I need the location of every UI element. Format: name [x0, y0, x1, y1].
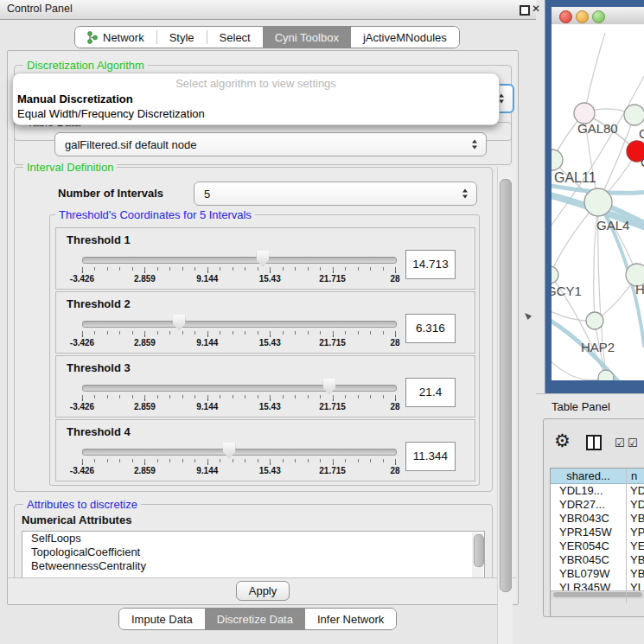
table-row[interactable]: YDL19...YDL1 — [551, 484, 644, 498]
threshold-3-value-field[interactable]: 21.4 — [405, 378, 456, 407]
top-tab-bar: Network Style Select Cyni Toolbox jActiv… — [74, 26, 460, 48]
node-bottom-partial[interactable] — [598, 370, 614, 380]
threshold-1-slider-track[interactable] — [82, 257, 397, 264]
threshold-3-slider-track[interactable] — [82, 385, 397, 392]
panel-title: Control Panel — [7, 3, 73, 15]
node-label-partial-c: C — [641, 155, 644, 169]
threshold-3-slider-thumb[interactable] — [322, 379, 335, 395]
threshold-2-panel: Threshold 2 -3.4262.8599.14415.4321.7152… — [55, 291, 475, 354]
table-cell: YPR1 — [630, 526, 644, 539]
slider-tick-label: 2.859 — [134, 402, 156, 411]
threshold-2-label: Threshold 2 — [67, 297, 131, 310]
tab-impute-data-label: Impute Data — [131, 613, 193, 626]
table-row[interactable]: YDR27...YDR2 — [551, 498, 644, 512]
table-row[interactable]: YBR045CYBR0 — [551, 553, 644, 567]
gear-icon[interactable]: ⚙ — [554, 430, 571, 451]
close-icon[interactable]: ✕ — [532, 3, 540, 15]
threshold-2-slider-track[interactable] — [82, 321, 397, 328]
table-data-combobox[interactable]: galFiltered.sif default node — [54, 132, 487, 156]
threshold-4-value-field[interactable]: 11.344 — [405, 442, 456, 471]
attributes-scrollbar-thumb[interactable] — [474, 534, 484, 567]
node-gal4[interactable] — [584, 188, 612, 216]
table-panel-title: Table Panel — [552, 400, 610, 413]
node-gcy1[interactable] — [552, 266, 558, 284]
tab-style[interactable]: Style — [157, 27, 207, 48]
table-cell: YER0 — [630, 539, 644, 553]
threshold-2-value-field[interactable]: 6.316 — [405, 314, 456, 343]
number-of-intervals-combobox[interactable]: 5 — [194, 182, 477, 206]
group-title-thresholds: Threshold's Coordinates for 5 Intervals — [55, 208, 255, 221]
table-cell: YBL079W — [559, 567, 610, 581]
tab-network[interactable]: Network — [75, 27, 156, 48]
column-divider[interactable] — [626, 469, 627, 603]
slider-tick-label: 15.43 — [259, 466, 281, 475]
dropdown-option-manual-discretization[interactable]: Manual Discretization — [17, 92, 133, 105]
table-cell: YLR3 — [630, 581, 644, 590]
attribute-list-item[interactable]: TopologicalCoefficient — [22, 545, 484, 559]
network-window-titlebar — [552, 7, 644, 25]
cyni-toolbox-panel: Discretization Algorithm Select algorith… — [7, 50, 519, 605]
tab-jactivemnodules-label: jActiveMNodules — [363, 31, 447, 44]
tab-impute-data[interactable]: Impute Data — [119, 609, 205, 629]
float-window-icon[interactable] — [520, 5, 530, 16]
threshold-2-slider-thumb[interactable] — [173, 315, 186, 331]
node-hap2[interactable] — [586, 312, 603, 329]
table-horizontal-scrollbar-thumb[interactable] — [553, 592, 642, 597]
node-label-gcy1: GCY1 — [552, 284, 582, 298]
settings-scrollbar[interactable] — [497, 167, 513, 644]
tab-cyni-toolbox-label: Cyni Toolbox — [275, 31, 339, 44]
attribute-list-item[interactable]: BetweennessCentrality — [22, 559, 484, 573]
column-header-shared[interactable]: shared... — [551, 469, 626, 482]
spinner-icon — [462, 189, 469, 199]
threshold-1-value-field[interactable]: 14.713 — [405, 250, 456, 279]
table-row[interactable]: YER054CYER0 — [551, 539, 644, 553]
tab-infer-network-label: Infer Network — [317, 613, 384, 626]
checked-checkbox-icon[interactable]: ☑ — [615, 437, 625, 450]
close-traffic-light-icon[interactable] — [559, 10, 572, 23]
settings-scrollbar-thumb[interactable] — [500, 179, 512, 592]
column-header-name[interactable]: n — [631, 469, 637, 482]
network-canvas[interactable]: GAL80 G C GAL11 GAL4 GCY1 H HAP2 — [552, 24, 644, 380]
tab-select-label: Select — [220, 31, 251, 44]
table-horizontal-scrollbar[interactable] — [551, 590, 644, 599]
threshold-1-slider-thumb[interactable] — [256, 251, 269, 267]
zoom-traffic-light-icon[interactable] — [592, 10, 605, 23]
numerical-attributes-list[interactable]: SelfLoopsTopologicalCoefficientBetweenne… — [22, 531, 485, 580]
minimize-traffic-light-icon[interactable] — [576, 10, 589, 23]
slider-tick-label: 15.43 — [259, 338, 281, 348]
table-cell: YBR0 — [630, 512, 644, 526]
table-cell: YLR345W — [559, 581, 610, 590]
network-graph: GAL80 G C GAL11 GAL4 GCY1 H HAP2 — [552, 24, 644, 380]
slider-tick-label: 15.43 — [259, 402, 281, 411]
table-row[interactable]: YLR345WYLR3 — [551, 581, 644, 590]
node-gal11[interactable] — [552, 150, 563, 170]
threshold-4-slider-thumb[interactable] — [223, 443, 236, 459]
threshold-4-slider-track[interactable] — [82, 449, 397, 456]
slider-minor-ticks — [82, 459, 396, 462]
node-label-partial-g: G — [639, 126, 644, 141]
tab-select[interactable]: Select — [207, 27, 263, 48]
table-row[interactable]: YPR145WYPR1 — [551, 526, 644, 539]
checked-checkbox-icon[interactable]: ☑ — [628, 437, 638, 450]
tab-discretize-data[interactable]: Discretize Data — [205, 609, 305, 629]
table-row[interactable]: YBL079WYBL0 — [551, 567, 644, 581]
tab-cyni-toolbox[interactable]: Cyni Toolbox — [263, 27, 351, 48]
node-partial-top-right[interactable] — [624, 105, 644, 125]
dropdown-option-equal-width-frequency[interactable]: Equal Width/Frequency Discretization — [17, 107, 205, 120]
attribute-list-item[interactable]: SelfLoops — [22, 532, 484, 545]
tab-infer-network[interactable]: Infer Network — [305, 609, 396, 629]
numerical-attributes-label: Numerical Attributes — [22, 513, 131, 526]
split-columns-icon[interactable] — [586, 435, 602, 450]
table-row[interactable]: YBR043CYBR0 — [551, 512, 644, 526]
apply-button[interactable]: Apply — [236, 581, 290, 601]
slider-tick-label: 21.715 — [319, 274, 346, 284]
dropdown-placeholder: Select algorithm to view settings — [13, 77, 499, 90]
tab-style-label: Style — [169, 31, 194, 44]
table-cell: YPR145W — [559, 526, 612, 539]
mouse-cursor — [525, 313, 532, 320]
attributes-scrollbar[interactable] — [472, 532, 483, 578]
tab-jactivemnodules[interactable]: jActiveMNodules — [351, 27, 459, 48]
slider-tick-label: -3.426 — [70, 466, 94, 475]
slider-tick-labels: -3.4262.8599.14415.4321.71528 — [82, 402, 395, 412]
algorithm-dropdown-popup: Select algorithm to view settings Manual… — [12, 73, 500, 125]
